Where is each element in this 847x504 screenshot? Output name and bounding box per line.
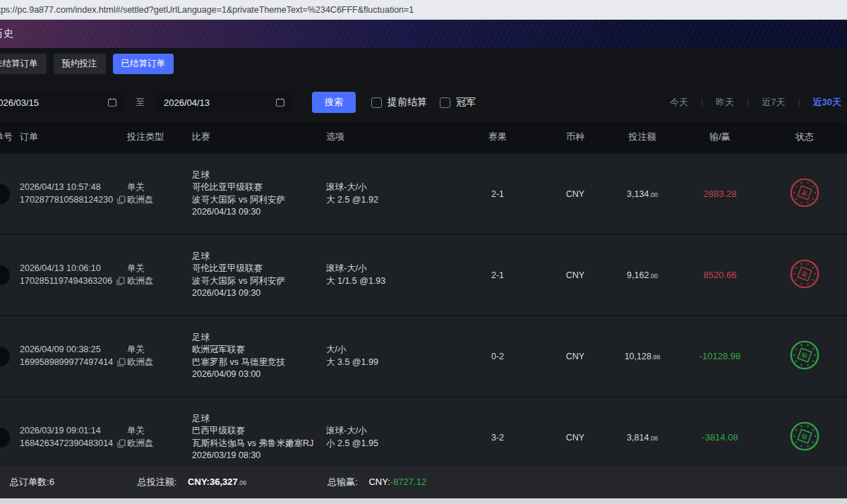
match-time: 2026/04/13 09:30 [192, 287, 323, 300]
market: 滚球-大/小 [326, 425, 452, 438]
tab-unsettled-orders[interactable]: 未结算订单 [0, 54, 47, 74]
order-row[interactable]: 2026/04/09 00:38:25 1699589899977497414 … [0, 316, 847, 397]
win-loss-amount: -10128.98 [678, 351, 762, 361]
row-expand-circle[interactable] [0, 347, 10, 366]
col-order: 订单 [17, 131, 124, 143]
calendar-icon[interactable] [107, 97, 117, 107]
early-settle-label: 提前结算 [388, 96, 427, 109]
champion-filter: 冠军 [440, 96, 476, 109]
total-stake-value: 36,327 [210, 476, 238, 487]
league: 哥伦比亚甲级联赛 [192, 263, 323, 275]
odds-format: 欧洲盘 [127, 438, 189, 450]
page-url[interactable]: https://pc.9a877.com/index.html#/settled… [0, 5, 414, 15]
order-time: 2026/04/09 00:38:25 [20, 344, 124, 356]
status-cell: 输 [762, 421, 847, 454]
status-cell: 赢 [762, 258, 847, 292]
range-yesterday[interactable]: 昨天 [703, 96, 747, 109]
teams: 波哥大国际 vs 阿利安萨 [192, 194, 323, 207]
col-result: 赛果 [452, 131, 543, 143]
currency: CNY [543, 189, 607, 199]
settled-stamp-icon: 赢 [789, 258, 820, 289]
bet-type: 单关 [127, 263, 189, 275]
row-expand-circle[interactable] [0, 428, 10, 448]
currency: CNY [543, 433, 607, 443]
total-orders-label: 总订单数: [10, 476, 49, 487]
bet-type: 单关 [127, 425, 189, 438]
col-currency: 币种 [543, 131, 607, 143]
filter-bar: 2026/03/15 至 2026/04/13 搜索 提前 [0, 91, 847, 114]
order-time: 2026/04/13 10:06:10 [20, 263, 124, 275]
range-7days[interactable]: 近7天 [749, 96, 798, 109]
market: 大/小 [326, 344, 452, 356]
pick-and-odds: 大 3.5 @1.99 [326, 356, 452, 369]
pick-and-odds: 大 1/1.5 @1.93 [326, 275, 452, 288]
page-banner: 历史 [0, 20, 847, 48]
win-loss-amount: 2883.28 [678, 188, 762, 199]
teams: 巴塞罗那 vs 马德里竞技 [192, 356, 323, 369]
range-today[interactable]: 今天 [657, 96, 701, 109]
order-id: 1702877810588124230 [20, 194, 113, 207]
league: 欧洲冠军联赛 [192, 344, 323, 356]
search-button[interactable]: 搜索 [312, 92, 356, 113]
order-time: 2026/04/13 10:57:48 [20, 181, 124, 194]
stake-amount: 3,134.00 [607, 189, 678, 199]
col-selection: 选项 [323, 131, 452, 143]
win-loss-amount: 8520.66 [678, 270, 762, 280]
svg-text:输: 输 [800, 351, 809, 360]
odds-format: 欧洲盘 [127, 275, 189, 288]
date-to-value: 2026/04/13 [164, 97, 210, 108]
match-result: 3-2 [452, 433, 543, 443]
quick-date-ranges: 今天 | 昨天 | 近7天 | 近30天 [657, 96, 847, 109]
date-from-input[interactable]: 2026/03/15 [0, 91, 126, 114]
date-range-to-label: 至 [136, 96, 145, 109]
market: 滚球-大/小 [326, 181, 452, 194]
calendar-icon[interactable] [275, 97, 285, 107]
table-body: 2026/04/13 10:57:48 1702877810588124230 … [0, 154, 847, 479]
settled-stamp-icon: 输 [789, 340, 820, 371]
match-result: 0-2 [452, 352, 543, 361]
browser-address-bar[interactable]: https://pc.9a877.com/index.html#/settled… [0, 0, 847, 20]
match-result: 2-1 [452, 189, 543, 199]
settled-stamp-icon: 赢 [789, 177, 820, 208]
currency: CNY [543, 270, 607, 280]
sport: 足球 [192, 169, 323, 182]
order-row[interactable]: 2026/04/13 10:06:10 1702851197494363206 … [0, 235, 847, 316]
svg-text:赢: 赢 [800, 188, 809, 197]
col-serial: 单号 [0, 131, 17, 143]
order-tabs: 未结算订单 预约投注 已结算订单 [0, 48, 847, 74]
row-expand-circle[interactable] [0, 265, 10, 285]
table-header: 单号 订单 投注类型 比赛 选项 赛果 币种 投注额 输/赢 状态 [0, 122, 847, 154]
teams: 瓦斯科达伽马 vs 弗鲁米嫩塞RJ [192, 438, 323, 450]
order-row[interactable]: 2026/04/13 10:57:48 1702877810588124230 … [0, 154, 847, 235]
order-time: 2026/03/19 09:01:14 [20, 425, 124, 438]
match-time: 2026/03/19 08:30 [192, 450, 323, 462]
currency: CNY [543, 352, 607, 361]
date-to-input[interactable]: 2026/04/13 [155, 91, 294, 114]
odds-format: 欧洲盘 [127, 356, 189, 369]
svg-text:输: 输 [800, 432, 809, 441]
date-from-value: 2026/03/15 [0, 97, 39, 108]
main-content: 未结算订单 预约投注 已结算订单 2026/03/15 至 2026/04/13 [0, 48, 847, 504]
match-time: 2026/04/09 03:00 [192, 368, 323, 381]
total-winloss-currency: CNY: [368, 476, 390, 487]
row-expand-circle[interactable] [0, 184, 10, 204]
range-30days[interactable]: 近30天 [800, 96, 844, 109]
early-settle-filter: 提前结算 [371, 96, 427, 109]
col-win-loss: 输/赢 [678, 131, 762, 143]
early-settle-checkbox[interactable] [371, 97, 382, 108]
col-stake: 投注额 [607, 131, 678, 143]
total-orders-value: 6 [49, 476, 54, 487]
league: 巴西甲级联赛 [192, 425, 323, 438]
win-loss-amount: -3814.08 [678, 432, 762, 443]
champion-checkbox[interactable] [440, 97, 450, 108]
tab-reserved-bets[interactable]: 预约投注 [54, 54, 106, 74]
page-title: 历史 [0, 28, 14, 40]
league: 哥伦比亚甲级联赛 [192, 181, 323, 194]
market: 滚球-大/小 [326, 263, 452, 275]
stake-amount: 3,814.08 [607, 433, 678, 443]
status-cell: 输 [762, 340, 847, 373]
total-stake-decimals: .06 [238, 479, 247, 486]
col-match: 比赛 [189, 131, 323, 143]
total-stake-currency: CNY: [188, 476, 210, 487]
tab-settled-orders[interactable]: 已结算订单 [113, 54, 174, 74]
